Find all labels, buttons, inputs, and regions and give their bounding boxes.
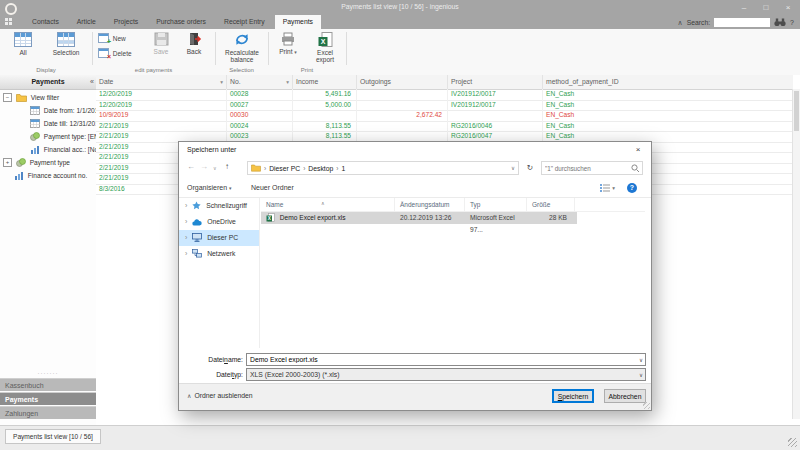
new-folder-button[interactable]: Neuer Ordner: [251, 184, 294, 191]
tree-item-financial-acc-filter[interactable]: Financial acc.: [No filter]: [0, 143, 96, 156]
tree-item-date-till[interactable]: Date till: 12/31/2019: [0, 117, 96, 130]
hide-folders-button[interactable]: ∧Ordner ausblenden: [187, 392, 253, 399]
expand-chevron-icon[interactable]: ›: [185, 250, 187, 257]
save-dialog-button[interactable]: Speichern: [552, 389, 594, 403]
nav-item-network[interactable]: › Netzwerk: [179, 246, 259, 262]
expand-chevron-icon[interactable]: ›: [185, 234, 187, 241]
file-list-header: Name∧ Änderungsdatum Typ Größe: [261, 198, 645, 212]
sidebar-collapse-button[interactable]: «: [90, 78, 94, 85]
star-icon: [192, 201, 201, 210]
tab-receipt-entry[interactable]: Receipt Entry: [216, 15, 273, 29]
breadcrumb-desktop[interactable]: Desktop: [308, 165, 333, 172]
column-header-project[interactable]: Project: [448, 75, 543, 89]
expand-node-icon[interactable]: +: [3, 158, 12, 167]
help-button[interactable]: ?: [790, 19, 794, 26]
app-window: Payments list view [10 / 56] - ingenious…: [0, 0, 800, 450]
binoculars-icon[interactable]: [774, 18, 786, 27]
resize-grip[interactable]: [788, 438, 797, 447]
all-button[interactable]: All: [4, 31, 42, 56]
filename-input[interactable]: [246, 353, 646, 366]
filetype-select[interactable]: XLS (Excel 2000-2003) (*.xls): [246, 368, 646, 381]
column-header-date[interactable]: ▾Date: [96, 75, 227, 89]
dialog-search-box[interactable]: [541, 161, 643, 175]
close-button[interactable]: ×: [778, 1, 798, 14]
recent-locations-icon[interactable]: ∨: [213, 165, 217, 171]
tree-item-date-from[interactable]: Date from: 1/1/2016: [0, 104, 96, 117]
dialog-body: › Schnellzugriff › OneDrive ›: [179, 198, 651, 348]
search-input[interactable]: [714, 18, 770, 27]
breadcrumb-folder-1[interactable]: 1: [341, 165, 345, 172]
panel-kassenbuch[interactable]: Kassenbuch: [0, 378, 96, 391]
network-icon: [192, 249, 202, 258]
tree-item-payment-type-filter[interactable]: Payment type: [EN_Cash]: [0, 130, 96, 143]
nav-item-this-pc[interactable]: › Dieser PC: [179, 230, 259, 246]
filetype-dropdown-icon[interactable]: ∨: [639, 372, 643, 378]
tree-item-finance-account-no[interactable]: Finance account no.: [0, 169, 96, 182]
file-row-selected[interactable]: X Demo Excel export.xls 20.12.2019 13:26…: [261, 212, 577, 224]
folder-icon: [251, 164, 261, 172]
cloud-icon: [192, 219, 202, 226]
help-info-icon[interactable]: ?: [627, 183, 637, 193]
breadcrumb-dieser-pc[interactable]: Dieser PC: [269, 165, 300, 172]
organize-menu[interactable]: Organisieren ▾: [187, 184, 232, 191]
file-name: Demo Excel export.xls: [280, 214, 346, 221]
forward-nav-icon[interactable]: →: [200, 162, 208, 171]
sidebar-title: Payments: [0, 78, 96, 85]
dialog-resize-grip[interactable]: [643, 402, 650, 409]
computer-icon: [192, 233, 202, 242]
expand-chevron-icon[interactable]: ›: [185, 218, 187, 225]
nav-item-onedrive[interactable]: › OneDrive: [179, 214, 259, 230]
filename-dropdown-icon[interactable]: ∨: [639, 357, 643, 363]
expand-chevron-icon[interactable]: ›: [185, 202, 187, 209]
column-header-method-of-payment[interactable]: method_of_payment_ID: [543, 75, 793, 89]
delete-button[interactable]: × Delete: [98, 47, 144, 60]
selection-button[interactable]: Selection: [44, 31, 88, 56]
nav-item-quick-access[interactable]: › Schnellzugriff: [179, 198, 259, 214]
grid-scrollbar[interactable]: [792, 89, 800, 419]
tab-contacts[interactable]: Contacts: [24, 15, 67, 29]
file-column-modified[interactable]: Änderungsdatum: [395, 198, 465, 211]
address-dropdown-icon[interactable]: ∨: [511, 165, 515, 171]
cancel-dialog-button[interactable]: Abbrechen: [604, 389, 646, 403]
back-button[interactable]: Back: [178, 31, 210, 55]
refresh-icon[interactable]: ↻: [523, 161, 537, 175]
filter-arrow-icon[interactable]: ▾: [286, 75, 289, 89]
view-mode-button[interactable]: ▾: [600, 184, 615, 192]
sidebar-splitter[interactable]: ·······: [0, 370, 96, 377]
tab-article[interactable]: Article: [69, 15, 104, 29]
app-menu-button[interactable]: [5, 18, 18, 27]
panel-payments[interactable]: Payments: [0, 392, 96, 405]
print-button[interactable]: Print ▾: [272, 31, 304, 56]
excel-export-button[interactable]: X Excelexport: [306, 31, 344, 63]
file-column-type[interactable]: Typ: [465, 198, 527, 211]
new-button[interactable]: + New: [98, 32, 144, 45]
tab-payments[interactable]: Payments: [275, 15, 321, 29]
filetype-label: Dateityp:: [179, 368, 243, 381]
maximize-button[interactable]: □: [756, 1, 776, 14]
up-nav-icon[interactable]: ↑: [225, 162, 229, 171]
organize-dropdown-icon: ▾: [229, 185, 232, 191]
scrollbar-thumb[interactable]: [794, 91, 799, 131]
filter-arrow-icon[interactable]: ▾: [220, 75, 223, 89]
column-header-outgoings[interactable]: Outgoings: [357, 75, 448, 89]
tree-item-payment-type[interactable]: + Payment type: [0, 156, 96, 169]
file-column-size[interactable]: Größe: [527, 198, 575, 211]
tree-item-view-filter[interactable]: − View filter: [0, 91, 96, 104]
back-nav-icon[interactable]: ←: [187, 162, 195, 171]
minimize-button[interactable]: –: [734, 1, 754, 14]
recalculate-balance-button[interactable]: Recalculatebalance: [219, 31, 265, 63]
view-tab-payments-list[interactable]: Payments list view [10 / 56]: [5, 429, 101, 444]
file-column-name[interactable]: Name∧: [261, 198, 395, 211]
tab-projects[interactable]: Projects: [106, 15, 147, 29]
collapse-node-icon[interactable]: −: [3, 93, 12, 102]
breadcrumb[interactable]: › Dieser PC › Desktop › 1 ∨: [247, 161, 519, 175]
dialog-close-button[interactable]: ×: [625, 142, 651, 158]
tab-purchase-orders[interactable]: Purchase orders: [148, 15, 214, 29]
collapse-ribbon-icon[interactable]: ∧: [678, 19, 683, 27]
column-header-no[interactable]: ▾No.: [227, 75, 293, 89]
dialog-search-input[interactable]: [542, 162, 632, 174]
coins-icon: [30, 132, 40, 141]
folder-icon: [16, 93, 27, 102]
panel-zahlungen[interactable]: Zahlungen: [0, 406, 96, 419]
column-header-income[interactable]: Income: [293, 75, 357, 89]
